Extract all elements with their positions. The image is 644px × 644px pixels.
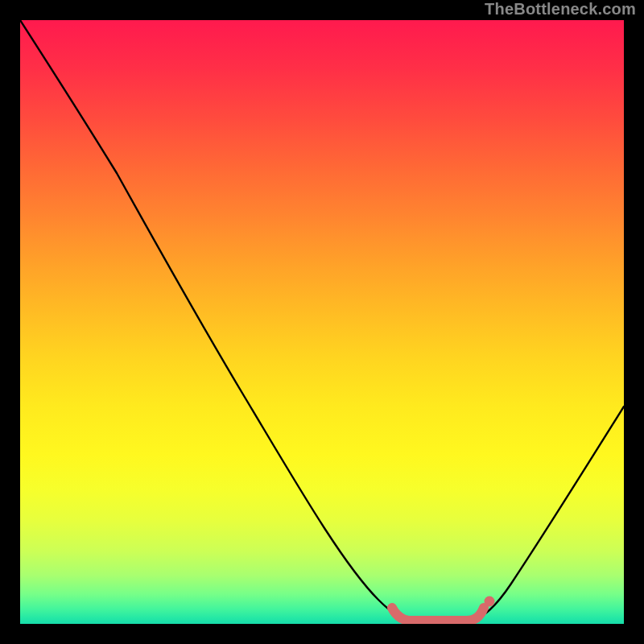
optimal-marker-end-dot xyxy=(485,597,495,607)
bottleneck-curve xyxy=(20,20,624,621)
plot-area xyxy=(20,20,624,624)
chart-svg xyxy=(20,20,624,624)
chart-stage: TheBottleneck.com xyxy=(0,0,644,644)
optimal-marker xyxy=(392,608,484,621)
watermark-text: TheBottleneck.com xyxy=(485,0,636,19)
